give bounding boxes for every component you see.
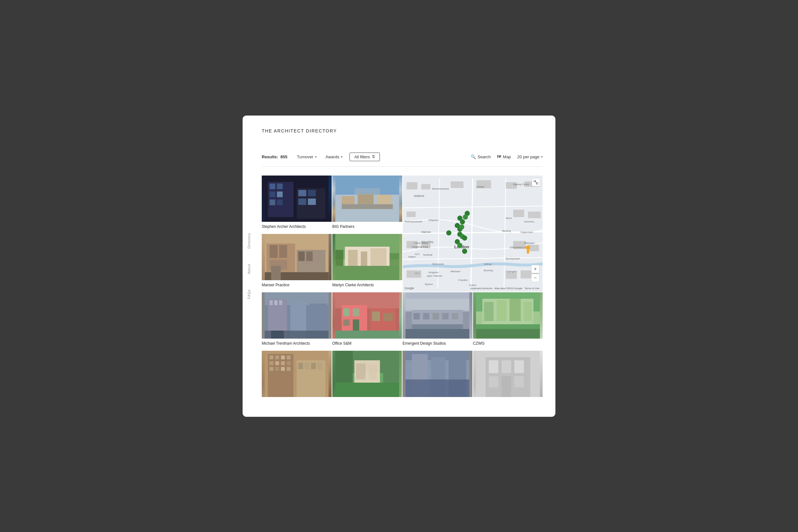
svg-text:Hayes: Hayes [408, 255, 416, 258]
svg-text:Watford: Watford [414, 194, 424, 197]
card-bottom-3[interactable] [402, 351, 472, 404]
svg-rect-160 [269, 361, 273, 365]
svg-text:Barking: Barking [502, 229, 511, 232]
awards-chevron-icon: ▾ [341, 155, 342, 158]
svg-rect-129 [343, 320, 349, 326]
svg-rect-9 [299, 190, 306, 196]
svg-point-81 [459, 224, 464, 229]
card-image [262, 234, 331, 280]
svg-text:Hornchu...: Hornchu... [524, 220, 536, 223]
toolbar: Results: 855 Turnover ▾ Awards ▾ All fil… [262, 153, 543, 167]
card-czwg[interactable]: CZWG [473, 292, 543, 350]
card-image [473, 292, 543, 339]
all-filters-label: All filters [354, 154, 370, 159]
svg-rect-119 [274, 300, 278, 305]
svg-rect-180 [335, 383, 399, 397]
svg-rect-167 [287, 367, 290, 371]
svg-rect-120 [279, 300, 282, 305]
svg-point-78 [463, 214, 468, 220]
card-manser[interactable]: Manser Practice [262, 234, 331, 292]
card-martyn[interactable]: Martyn Clarke Architects [332, 234, 402, 292]
all-filters-button[interactable]: All filters ⇅ [349, 153, 380, 161]
svg-text:Wembley: Wembley [421, 240, 434, 243]
card-bottom-1[interactable] [262, 351, 331, 404]
card-stephen-archer[interactable]: Stephen Archer Architects [262, 175, 331, 233]
svg-text:Borehamwood: Borehamwood [432, 187, 449, 190]
svg-rect-194 [514, 376, 524, 387]
svg-rect-41 [506, 272, 517, 279]
filter-icon: ⇅ [372, 154, 375, 159]
card-name [262, 397, 331, 404]
svg-text:Epping Forest: Epping Forest [513, 183, 530, 185]
turnover-filter[interactable]: Turnover ▾ [295, 153, 319, 160]
per-page-button[interactable]: 20 per page ▾ [517, 154, 543, 159]
per-page-chevron-icon: ▾ [541, 155, 543, 158]
svg-rect-109 [370, 248, 386, 266]
svg-rect-128 [353, 308, 359, 316]
map-label: Map [503, 154, 511, 159]
svg-rect-16 [358, 193, 374, 204]
content-grid: Stephen Archer Architects [262, 175, 543, 404]
svg-rect-178 [356, 363, 365, 379]
svg-text:Enfield: Enfield [477, 185, 484, 188]
card-name: Stephen Archer Architects [262, 222, 331, 233]
svg-text:M25: M25 [415, 271, 420, 274]
svg-rect-159 [287, 356, 290, 359]
svg-text:Epsom: Epsom [425, 283, 433, 286]
zoom-out-button[interactable]: − [531, 274, 539, 282]
card-emergent[interactable]: Emergent Design Studios [402, 292, 472, 350]
svg-rect-179 [369, 365, 377, 379]
card-bottom-2[interactable] [332, 351, 402, 404]
sidebar-item-about[interactable]: About [247, 264, 251, 274]
browser-window: Directory About FAQs THE ARCHITECT DIREC… [243, 116, 555, 417]
svg-rect-161 [275, 361, 279, 365]
map-button[interactable]: 🗺 Map [497, 154, 511, 159]
card-michael[interactable]: Michael Trentham Architects [262, 292, 331, 350]
turnover-chevron-icon: ▾ [315, 155, 317, 158]
card-big-partners[interactable]: BIG Partners [332, 175, 402, 233]
sidebar-item-directory[interactable]: Directory [247, 233, 251, 249]
garden-building-illustration [332, 351, 402, 397]
map-expand-button[interactable] [532, 178, 540, 186]
svg-rect-153 [476, 329, 540, 339]
svg-rect-15 [342, 196, 355, 204]
svg-text:Bromley: Bromley [484, 269, 493, 271]
svg-point-88 [462, 249, 467, 254]
zoom-in-button[interactable]: + [531, 265, 539, 273]
svg-rect-91 [534, 180, 535, 182]
card-office[interactable]: Office S&M [332, 292, 402, 350]
building-illustration [473, 292, 543, 339]
svg-rect-156 [269, 356, 273, 359]
svg-rect-100 [299, 251, 305, 261]
map-panel: Watford Borehamwood Enfield Epping Fores… [403, 175, 543, 292]
svg-text:Kingston: Kingston [429, 271, 439, 274]
card-name [402, 397, 472, 404]
building-illustration [402, 351, 472, 397]
card-bottom-4[interactable] [473, 351, 543, 404]
svg-rect-3 [277, 184, 283, 189]
svg-rect-18 [342, 204, 393, 209]
svg-rect-136 [405, 299, 469, 311]
card-image [262, 292, 331, 339]
svg-text:Sutton: Sutton [469, 283, 476, 286]
svg-rect-144 [412, 324, 463, 329]
building-illustration [262, 351, 331, 397]
awards-filter[interactable]: Awards ▾ [324, 153, 344, 160]
map-controls: + − [531, 265, 539, 282]
svg-rect-131 [372, 311, 380, 321]
svg-rect-170 [305, 363, 309, 369]
card-image [332, 351, 402, 397]
svg-rect-140 [433, 313, 439, 320]
svg-rect-158 [281, 356, 285, 359]
svg-rect-149 [497, 300, 506, 321]
sidebar-item-faqs[interactable]: FAQs [247, 289, 251, 299]
svg-rect-103 [271, 266, 281, 280]
svg-text:Southall: Southall [423, 253, 432, 256]
svg-rect-157 [275, 356, 279, 359]
card-image [402, 292, 472, 339]
map-attribution: Google [405, 287, 414, 290]
svg-rect-107 [348, 250, 358, 266]
search-button[interactable]: 🔍 Search [471, 154, 491, 159]
card-image [332, 234, 402, 280]
aerial-illustration [332, 175, 402, 222]
